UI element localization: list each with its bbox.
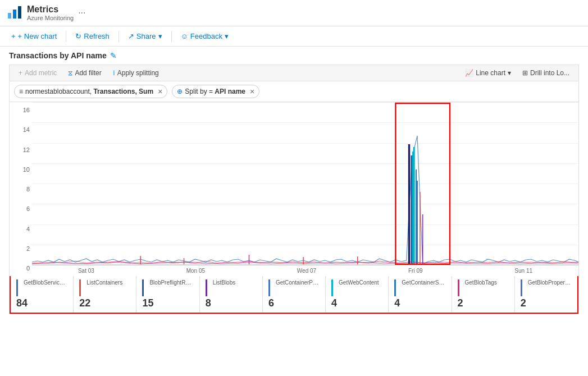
- legend-item-header-6: GetContainerServiceM...: [394, 279, 445, 296]
- chart-inner: 16 14 12 10 8 6 4 2 0: [10, 102, 578, 276]
- y-label-12: 12: [23, 146, 30, 153]
- svg-rect-2: [18, 6, 21, 19]
- legend-item-1: ListContainers 22: [74, 276, 136, 313]
- legend-item-header-5: GetWebContent: [331, 279, 382, 296]
- svg-rect-1: [13, 10, 16, 19]
- app-ellipsis[interactable]: ···: [78, 8, 85, 18]
- tag-transactions: ≡ normestablobaccount, Transactions, Sum…: [14, 85, 167, 98]
- y-axis: 16 14 12 10 8 6 4 2 0: [10, 102, 32, 276]
- legend-name-4: GetContainerProperties: [276, 279, 320, 286]
- drill-icon: ⊞: [522, 69, 528, 77]
- chart-section: Transactions by API name ✎ + Add metric …: [0, 47, 588, 319]
- legend-value-7: 2: [458, 297, 509, 309]
- y-label-14: 14: [23, 126, 30, 133]
- tags-row: ≡ normestablobaccount, Transactions, Sum…: [9, 81, 579, 102]
- app-title-group: Metrics Azure Monitoring: [27, 4, 74, 21]
- legend-name-0: GetBlobServiceProper...: [24, 279, 67, 286]
- legend-color-bar-6: [394, 279, 396, 296]
- drill-into-logs-button[interactable]: ⊞ Drill into Lo...: [518, 67, 574, 79]
- legend-color-bar-3: [206, 279, 207, 296]
- chart-toolbar: + Add metric ⧖ Add filter ⁞ Apply splitt…: [9, 65, 579, 81]
- legend-value-2: 15: [142, 297, 193, 309]
- legend-item-7: GetBlobTags 2: [452, 276, 515, 313]
- toolbar-sep-1: [66, 31, 66, 42]
- filter-icon: ⧖: [68, 69, 72, 77]
- feedback-button[interactable]: ☺ Feedback ▾: [176, 30, 233, 43]
- legend-item-0: GetBlobServiceProper... 84: [11, 276, 74, 313]
- x-label-mon05: Mon 05: [186, 268, 205, 274]
- legend-item-header-0: GetBlobServiceProper...: [16, 279, 67, 296]
- new-chart-label: + New chart: [18, 32, 57, 40]
- line-chart-chevron-icon: ▾: [508, 69, 511, 77]
- legend-item-6: GetContainerServiceM... 4: [389, 276, 452, 313]
- add-filter-label: Add filter: [75, 69, 101, 77]
- y-label-2: 2: [26, 245, 30, 252]
- toolbar: + + New chart ↻ Refresh ↗ Share ▾ ☺ Feed…: [0, 26, 588, 47]
- legend-value-0: 84: [16, 297, 67, 309]
- tag-split-close[interactable]: ×: [250, 87, 254, 96]
- x-axis: Sat 03 Mon 05 Wed 07 Fri 09 Sun 11: [32, 265, 578, 276]
- share-button[interactable]: ↗ Share ▾: [124, 30, 167, 43]
- tag-split: ⊕ Split by = API name ×: [172, 85, 259, 98]
- x-label-fri09: Fri 09: [408, 268, 423, 274]
- line-chart-icon: 📈: [465, 69, 473, 77]
- y-label-16: 16: [23, 107, 30, 113]
- edit-icon[interactable]: ✎: [110, 51, 117, 60]
- chart-toolbar-right: 📈 Line chart ▾ ⊞ Drill into Lo...: [461, 67, 574, 79]
- legend-value-5: 4: [331, 297, 382, 309]
- tag-transactions-icon: ≡: [19, 88, 23, 95]
- legend-name-1: ListContainers: [86, 279, 122, 286]
- legend-item-5: GetWebContent 4: [326, 276, 389, 313]
- legend-item-header-2: BlobPreflightRequest: [142, 279, 193, 296]
- legend-item-8: GetBlobProperties 2: [515, 276, 577, 313]
- add-metric-button[interactable]: + Add metric: [14, 67, 61, 79]
- legend-name-2: BlobPreflightRequest: [149, 279, 193, 286]
- y-label-4: 4: [26, 226, 30, 232]
- refresh-icon: ↻: [75, 32, 81, 40]
- y-label-10: 10: [23, 166, 30, 173]
- feedback-icon: ☺: [181, 32, 188, 40]
- tag-transactions-close[interactable]: ×: [158, 87, 162, 96]
- add-filter-button[interactable]: ⧖ Add filter: [63, 67, 106, 79]
- app-title: Metrics: [27, 4, 74, 15]
- apply-splitting-button[interactable]: ⁞ Apply splitting: [108, 67, 163, 79]
- legend-color-bar-0: [16, 279, 18, 296]
- y-label-0: 0: [26, 265, 30, 272]
- drill-into-logs-label: Drill into Lo...: [530, 69, 569, 77]
- legend-color-bar-7: [458, 279, 459, 296]
- legend-value-1: 22: [79, 297, 130, 309]
- chart-title-row: Transactions by API name ✎: [9, 51, 579, 60]
- legend-name-6: GetContainerServiceM...: [402, 279, 445, 286]
- legend-color-bar-1: [79, 279, 81, 296]
- chart-area: 16 14 12 10 8 6 4 2 0: [9, 102, 579, 314]
- legend-value-4: 6: [268, 297, 320, 309]
- tag-split-icon: ⊕: [177, 88, 183, 95]
- refresh-button[interactable]: ↻ Refresh: [71, 30, 114, 43]
- share-icon: ↗: [128, 32, 134, 40]
- legend-color-bar-5: [331, 279, 333, 296]
- apply-splitting-label: Apply splitting: [117, 69, 159, 77]
- line-chart-button[interactable]: 📈 Line chart ▾: [461, 67, 516, 79]
- legend-name-8: GetBlobProperties: [528, 279, 572, 286]
- add-metric-label: Add metric: [25, 69, 57, 77]
- legend-area: GetBlobServiceProper... 84 ListContainer…: [10, 276, 578, 314]
- refresh-label: Refresh: [84, 32, 110, 40]
- legend-item-3: ListBlobs 8: [200, 276, 263, 313]
- feedback-label: Feedback: [190, 32, 222, 40]
- add-metric-icon: +: [19, 69, 22, 77]
- legend-item-header-8: GetBlobProperties: [521, 279, 572, 296]
- share-label: Share: [136, 32, 156, 40]
- chart-title: Transactions by API name: [9, 51, 107, 60]
- svg-rect-0: [8, 13, 11, 19]
- tag-split-text: Split by = API name: [185, 88, 245, 95]
- legend-color-bar-8: [521, 279, 522, 296]
- legend-item-header-3: ListBlobs: [206, 279, 257, 296]
- line-chart-label: Line chart: [476, 69, 505, 77]
- app-icon: [7, 5, 22, 21]
- app-subtitle: Azure Monitoring: [27, 15, 74, 21]
- new-chart-button[interactable]: + + New chart: [7, 30, 61, 43]
- legend-color-bar-4: [268, 279, 270, 296]
- legend-value-3: 8: [206, 297, 257, 309]
- y-label-6: 6: [26, 205, 30, 212]
- legend-name-3: ListBlobs: [213, 279, 236, 286]
